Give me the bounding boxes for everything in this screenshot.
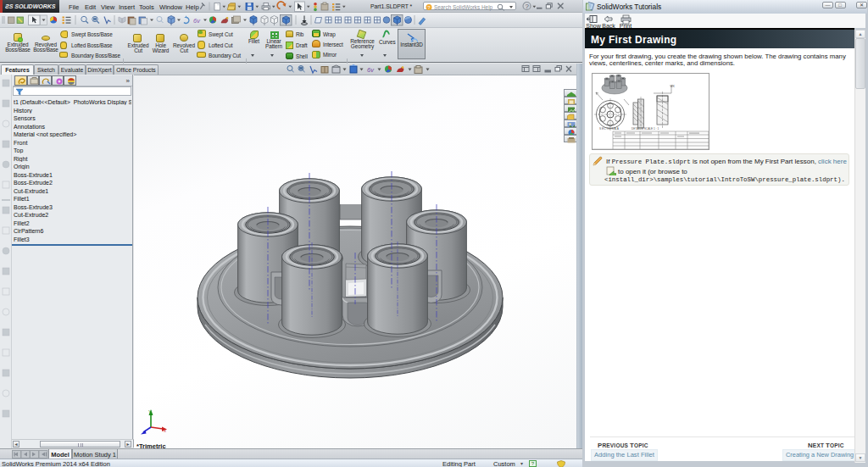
svg-text:S EC TIO N A-A: S EC TIO N A-A	[599, 127, 620, 131]
svg-text:Y: Y	[148, 409, 152, 414]
svg-text:6v: 6v	[367, 66, 375, 74]
svg-text:?: ?	[525, 3, 529, 10]
svg-text:4X: 4X	[670, 84, 675, 88]
svg-text:6v: 6v	[193, 17, 201, 25]
svg-text:DETAIL B SCALE 1 : 1: DETAIL B SCALE 1 : 1	[632, 127, 659, 131]
svg-text:x: x	[164, 428, 166, 433]
